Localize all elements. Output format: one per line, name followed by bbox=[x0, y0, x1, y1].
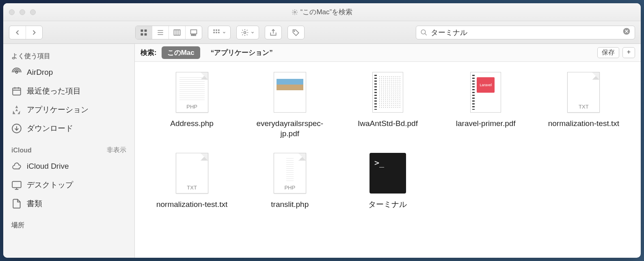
back-button[interactable] bbox=[9, 26, 26, 39]
main-content: 検索: このMac “アプリケーション” 保存 + PHP Address.ph… bbox=[135, 44, 641, 258]
forward-button[interactable] bbox=[26, 26, 42, 39]
terminal-app-icon: >_ bbox=[370, 151, 406, 196]
svg-rect-16 bbox=[216, 29, 217, 30]
file-grid: PHP Address.php everydayrailsrspec-jp.pd… bbox=[135, 62, 641, 258]
tags-button[interactable] bbox=[287, 26, 305, 39]
file-icon: TXT bbox=[565, 70, 602, 115]
file-name: everydayrailsrspec-jp.pdf bbox=[249, 119, 331, 139]
file-item[interactable]: Laravel laravel-primer.pdf bbox=[441, 70, 531, 139]
file-name: normalization-test.txt bbox=[548, 119, 619, 129]
file-icon: TXT bbox=[174, 151, 210, 196]
smart-folder-icon bbox=[292, 9, 298, 15]
nav-buttons bbox=[9, 26, 43, 39]
download-icon bbox=[11, 123, 22, 134]
desktop-icon bbox=[11, 180, 22, 190]
search-icon bbox=[420, 29, 428, 36]
cloud-icon bbox=[11, 161, 22, 172]
svg-point-24 bbox=[421, 30, 426, 34]
sidebar-item-airdrop[interactable]: AirDrop bbox=[3, 63, 134, 82]
svg-point-27 bbox=[16, 72, 17, 73]
file-item[interactable]: TXT normalization-test.txt bbox=[539, 70, 629, 139]
file-name: laravel-primer.pdf bbox=[456, 119, 516, 129]
titlebar: “このMac”を検索 bbox=[3, 3, 641, 21]
sidebar: よく使う項目 AirDrop 最近使った項目 アプリケーション ダウンロード bbox=[3, 44, 135, 258]
apps-icon bbox=[11, 104, 22, 115]
file-name: IwaAntStd-Bd.pdf bbox=[358, 119, 418, 129]
save-search-button[interactable]: 保存 bbox=[597, 47, 619, 58]
svg-rect-28 bbox=[13, 88, 21, 95]
svg-line-25 bbox=[425, 33, 427, 35]
minimize-button[interactable] bbox=[19, 9, 25, 15]
add-criteria-button[interactable]: + bbox=[622, 47, 635, 58]
scope-applications[interactable]: “アプリケーション” bbox=[205, 46, 279, 59]
svg-rect-19 bbox=[216, 32, 217, 33]
svg-point-0 bbox=[294, 11, 296, 13]
sidebar-item-downloads[interactable]: ダウンロード bbox=[3, 119, 134, 138]
action-dropdown[interactable] bbox=[236, 26, 259, 39]
sidebar-item-desktop[interactable]: デスクトップ bbox=[3, 176, 134, 194]
svg-rect-4 bbox=[145, 33, 147, 35]
scope-label: 検索: bbox=[140, 48, 157, 57]
finder-window: “このMac”を検索 bbox=[3, 3, 641, 258]
share-button[interactable] bbox=[265, 26, 282, 39]
scope-this-mac[interactable]: このMac bbox=[162, 46, 200, 59]
file-icon: Laravel bbox=[467, 70, 504, 115]
svg-rect-14 bbox=[195, 35, 196, 36]
svg-point-23 bbox=[294, 30, 295, 31]
sidebar-item-label: 最近使った項目 bbox=[27, 86, 81, 96]
svg-rect-1 bbox=[141, 29, 143, 32]
view-mode bbox=[135, 26, 202, 39]
search-scope-bar: 検索: このMac “アプリケーション” 保存 + bbox=[135, 44, 641, 62]
search-input[interactable] bbox=[431, 28, 619, 37]
sidebar-item-label: iCloud Drive bbox=[27, 162, 69, 171]
svg-rect-18 bbox=[214, 32, 215, 33]
file-item[interactable]: everydayrailsrspec-jp.pdf bbox=[245, 70, 335, 139]
sidebar-item-label: AirDrop bbox=[27, 68, 53, 77]
airdrop-icon bbox=[11, 67, 22, 78]
view-gallery-button[interactable] bbox=[186, 26, 202, 39]
file-item[interactable]: >_ ターミナル bbox=[343, 151, 432, 210]
close-button[interactable] bbox=[9, 9, 15, 15]
file-icon: PHP bbox=[272, 151, 308, 196]
file-item[interactable]: PHP Address.php bbox=[147, 70, 237, 139]
arrange-dropdown[interactable] bbox=[208, 26, 231, 39]
sidebar-item-label: アプリケーション bbox=[27, 104, 89, 115]
view-column-button[interactable] bbox=[169, 26, 186, 39]
sidebar-item-documents[interactable]: 書類 bbox=[3, 194, 134, 213]
favorites-header: よく使う項目 bbox=[3, 50, 134, 63]
svg-rect-15 bbox=[214, 29, 215, 30]
file-icon: PHP bbox=[174, 70, 210, 115]
zoom-button[interactable] bbox=[30, 9, 36, 15]
search-field[interactable] bbox=[416, 26, 635, 39]
traffic-lights bbox=[9, 9, 36, 15]
svg-rect-12 bbox=[191, 35, 192, 36]
clear-search-icon[interactable] bbox=[622, 27, 631, 37]
sidebar-item-applications[interactable]: アプリケーション bbox=[3, 100, 134, 119]
sidebar-item-label: 書類 bbox=[27, 198, 42, 209]
document-icon bbox=[11, 198, 22, 209]
svg-rect-17 bbox=[218, 29, 219, 30]
icloud-toggle[interactable]: 非表示 bbox=[107, 146, 126, 154]
view-list-button[interactable] bbox=[152, 26, 169, 39]
view-icon-button[interactable] bbox=[136, 26, 152, 39]
svg-rect-13 bbox=[193, 35, 194, 36]
sidebar-item-label: デスクトップ bbox=[27, 180, 73, 190]
file-icon bbox=[370, 70, 406, 115]
file-name: normalization-test.txt bbox=[156, 200, 227, 210]
svg-rect-3 bbox=[141, 33, 143, 35]
sidebar-item-icloud-drive[interactable]: iCloud Drive bbox=[3, 157, 134, 176]
file-name: Address.php bbox=[170, 119, 214, 129]
svg-rect-2 bbox=[145, 29, 147, 32]
file-item[interactable]: TXT normalization-test.txt bbox=[147, 151, 237, 210]
toolbar bbox=[3, 21, 641, 44]
svg-rect-20 bbox=[218, 32, 219, 33]
sidebar-item-recents[interactable]: 最近使った項目 bbox=[3, 82, 134, 100]
window-title-text: “このMac”を検索 bbox=[300, 7, 352, 17]
file-name: translit.php bbox=[271, 200, 309, 210]
file-item[interactable]: PHP translit.php bbox=[245, 151, 335, 210]
file-item[interactable]: IwaAntStd-Bd.pdf bbox=[343, 70, 432, 139]
file-name: ターミナル bbox=[368, 200, 407, 210]
svg-point-21 bbox=[244, 31, 246, 33]
sidebar-item-label: ダウンロード bbox=[27, 123, 73, 134]
file-icon bbox=[272, 70, 308, 115]
